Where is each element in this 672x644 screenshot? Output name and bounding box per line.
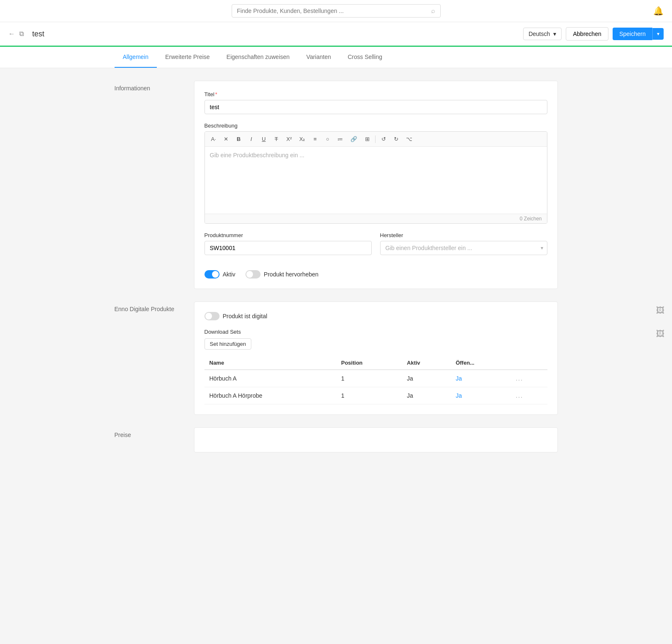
save-button[interactable]: Speichern xyxy=(613,28,652,40)
right-sidebar: 🖼 🖼 xyxy=(649,299,672,345)
toolbar-bold-btn[interactable]: B xyxy=(233,134,244,144)
cell-aktiv: Ja xyxy=(402,387,451,404)
table-row: Hörbuch A Hörprobe 1 Ja Ja ... xyxy=(204,387,547,404)
editor-body[interactable]: Gib eine Produktbeschreibung ein ... xyxy=(205,147,547,214)
col-aktiv: Aktiv xyxy=(402,356,451,370)
cell-aktiv: Ja xyxy=(402,370,451,387)
toolbar-font-btn[interactable]: A· xyxy=(208,134,219,144)
aktiv-toggle[interactable] xyxy=(204,270,220,279)
table-header-row: Name Position Aktiv Öffen... xyxy=(204,356,547,370)
image-icon-bottom[interactable]: 🖼 xyxy=(653,326,668,341)
toolbar-list-btn[interactable]: ○ xyxy=(322,134,333,144)
digital-toggle-label: Produkt ist digital xyxy=(223,313,268,319)
search-input[interactable] xyxy=(237,8,431,14)
tab-allgemein[interactable]: Allgemein xyxy=(115,47,157,68)
digital-toggle[interactable] xyxy=(204,312,220,320)
beschreibung-group: Beschreibung A· ✕ B I U T X² X₂ ≡ ○ ≔ xyxy=(204,123,547,224)
digital-section-label: Enno Digitale Produkte xyxy=(115,302,181,415)
produktnummer-label: Produktnummer xyxy=(204,232,372,238)
cell-offen[interactable]: Ja xyxy=(451,370,511,387)
preise-card xyxy=(194,427,558,452)
image-icon-top[interactable]: 🖼 xyxy=(653,303,668,318)
cell-position: 1 xyxy=(336,387,402,404)
hersteller-label: Hersteller xyxy=(380,232,547,238)
produktnummer-input[interactable] xyxy=(204,241,372,255)
toolbar-sep xyxy=(375,135,376,143)
aktiv-toggle-item: Aktiv xyxy=(204,270,235,279)
download-sets-table: Name Position Aktiv Öffen... Hörbuch A 1… xyxy=(204,356,547,404)
back-button[interactable]: ← xyxy=(8,30,15,38)
editor-toolbar: A· ✕ B I U T X² X₂ ≡ ○ ≔ 🔗 ⊞ ↺ xyxy=(205,132,547,147)
toolbar-code-btn[interactable]: ⌥ xyxy=(403,134,415,144)
titel-input[interactable] xyxy=(204,100,547,114)
digital-toggle-row: Produkt ist digital xyxy=(204,312,547,320)
titel-group: Titel* xyxy=(204,91,547,114)
hersteller-group: Hersteller Gib einen Produkthersteller e… xyxy=(380,232,547,255)
hersteller-select-wrapper: Gib einen Produkthersteller ein ... ▾ xyxy=(380,241,547,255)
toolbar-link-btn[interactable]: 🔗 xyxy=(347,134,360,144)
toolbar-table-btn[interactable]: ⊞ xyxy=(362,134,373,144)
search-icon-button[interactable]: ⌕ xyxy=(431,7,435,15)
header-actions: Deutsch ▾ Abbrechen Speichern ▾ xyxy=(523,27,664,41)
digital-card: Produkt ist digital Download Sets Set hi… xyxy=(194,302,558,415)
toolbar-italic-btn[interactable]: I xyxy=(246,134,257,144)
tabs-inner: Allgemein Erweiterte Preise Eigenschafte… xyxy=(106,47,566,68)
cell-dots[interactable]: ... xyxy=(511,387,547,404)
cell-dots[interactable]: ... xyxy=(511,370,547,387)
cancel-button[interactable]: Abbrechen xyxy=(566,27,608,41)
toolbar-underline-btn[interactable]: U xyxy=(258,134,269,144)
hervorheben-label: Produkt hervorheben xyxy=(264,271,319,278)
sub-header: ← ⧉ test Deutsch ▾ Abbrechen Speichern ▾ xyxy=(0,22,672,47)
beschreibung-label: Beschreibung xyxy=(204,123,547,129)
toolbar-superscript-btn[interactable]: X² xyxy=(284,134,295,144)
char-count: 0 Zeichen xyxy=(205,214,547,223)
hersteller-select[interactable]: Gib einen Produkthersteller ein ... xyxy=(380,241,547,255)
toolbar-undo-btn[interactable]: ↺ xyxy=(378,134,389,144)
save-arrow-button[interactable]: ▾ xyxy=(652,28,664,40)
toolbar-redo-btn[interactable]: ↻ xyxy=(391,134,401,144)
preise-label: Preise xyxy=(115,427,181,452)
cell-position: 1 xyxy=(336,370,402,387)
hervorheben-toggle-item: Produkt hervorheben xyxy=(245,270,319,279)
cell-offen[interactable]: Ja xyxy=(451,387,511,404)
download-sets-label: Download Sets xyxy=(204,329,547,335)
titel-label: Titel* xyxy=(204,91,547,97)
toolbar-strike-btn[interactable]: T xyxy=(271,134,282,144)
tab-varianten[interactable]: Varianten xyxy=(298,47,340,68)
notification-bell[interactable]: 🔔 xyxy=(653,6,664,16)
nav-icons: ← ⧉ xyxy=(8,30,24,38)
col-name: Name xyxy=(204,356,336,370)
content-area: Informationen Titel* Beschreibung A· ✕ B… xyxy=(106,68,566,478)
rich-text-editor: A· ✕ B I U T X² X₂ ≡ ○ ≔ 🔗 ⊞ ↺ xyxy=(204,131,547,224)
digital-section: Enno Digitale Produkte Produkt ist digit… xyxy=(115,302,558,415)
cell-name: Hörbuch A Hörprobe xyxy=(204,387,336,404)
toolbar-align-btn[interactable]: ≡ xyxy=(309,134,320,144)
toolbar-clear-btn[interactable]: ✕ xyxy=(221,134,232,144)
hervorheben-toggle[interactable] xyxy=(245,270,261,279)
produktnummer-hersteller-row: Produktnummer Hersteller Gib einen Produ… xyxy=(204,232,547,263)
language-dropdown[interactable]: Deutsch ▾ xyxy=(523,28,562,40)
toggles-row: Aktiv Produkt hervorheben xyxy=(204,270,547,279)
tab-erweiterte-preise[interactable]: Erweiterte Preise xyxy=(157,47,218,68)
table-row: Hörbuch A 1 Ja Ja ... xyxy=(204,370,547,387)
search-wrapper: ⌕ xyxy=(232,4,441,18)
tab-eigenschaften[interactable]: Eigenschaften zuweisen xyxy=(218,47,298,68)
tabs-bar: Allgemein Erweiterte Preise Eigenschafte… xyxy=(0,47,672,68)
save-group: Speichern ▾ xyxy=(613,28,664,40)
col-position: Position xyxy=(336,356,402,370)
aktiv-label: Aktiv xyxy=(223,271,235,278)
language-label: Deutsch xyxy=(529,31,550,37)
col-actions xyxy=(511,356,547,370)
preise-section: Preise xyxy=(115,427,558,452)
top-bar: ⌕ 🔔 xyxy=(0,0,672,22)
page-title: test xyxy=(32,30,523,38)
add-set-button[interactable]: Set hinzufügen xyxy=(204,338,252,350)
informationen-section: Informationen Titel* Beschreibung A· ✕ B… xyxy=(115,81,558,289)
col-offen: Öffen... xyxy=(451,356,511,370)
chevron-down-icon: ▾ xyxy=(553,31,556,37)
toolbar-subscript-btn[interactable]: X₂ xyxy=(296,134,308,144)
toolbar-ordered-btn[interactable]: ≔ xyxy=(335,134,346,144)
copy-button[interactable]: ⧉ xyxy=(19,30,24,38)
produktnummer-group: Produktnummer xyxy=(204,232,372,255)
tab-cross-selling[interactable]: Cross Selling xyxy=(339,47,390,68)
